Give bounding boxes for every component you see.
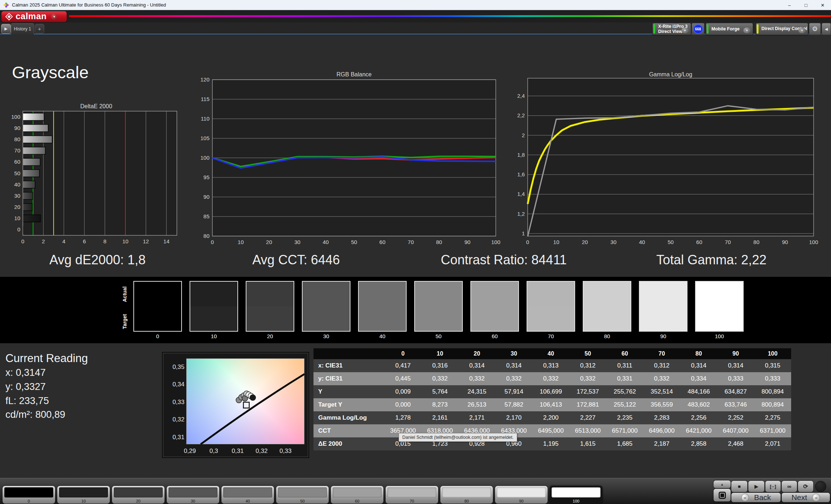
back-button[interactable]: « Back xyxy=(731,493,781,502)
pattern-button-100[interactable]: 100 xyxy=(550,486,602,504)
play-measure-button[interactable]: ▶ xyxy=(748,481,764,492)
swatch-target xyxy=(190,306,237,331)
swatch-level-label: 50 xyxy=(414,333,463,339)
pattern-button-60[interactable]: 60 xyxy=(331,486,383,504)
settings-button[interactable]: ⚙ xyxy=(809,23,821,35)
pattern-label: 70 xyxy=(386,499,438,503)
collapse-left-icon: ◀ xyxy=(825,27,828,32)
pattern-button-30[interactable]: 30 xyxy=(167,486,219,504)
pattern-label: 100 xyxy=(550,499,602,503)
table-cell: 484,166 xyxy=(680,385,717,398)
table-cell: 633,746 xyxy=(717,398,754,411)
grayscale-swatch-40 xyxy=(358,281,407,332)
swatch-target xyxy=(583,306,631,331)
table-cell: 0,417 xyxy=(385,359,421,372)
table-cell: 1,278 xyxy=(385,411,421,424)
session-play-button[interactable]: ▶ xyxy=(1,24,11,34)
current-reading-cdm2: cd/m²: 800,89 xyxy=(5,409,65,420)
contrast-ratio-readout: Contrast Ratio: 84411 xyxy=(410,252,598,268)
cie-chart-panel: 0,350,340,330,320,310,290,30,310,320,33 xyxy=(162,352,309,458)
pattern-button-20[interactable]: 20 xyxy=(112,486,165,504)
collapse-panel-button[interactable]: ◀ xyxy=(822,23,831,35)
svg-text:80: 80 xyxy=(753,239,760,245)
stop-measure-button[interactable]: ■ xyxy=(731,481,747,492)
meter-sync-button[interactable]: 668 xyxy=(691,23,705,35)
infinity-icon: ∞ xyxy=(787,483,791,490)
table-cell: 172,881 xyxy=(569,398,606,411)
pattern-label: 10 xyxy=(57,499,110,503)
pattern-bar: ▲ ■ ▶ [··] ∞ ⟳ « Back Next » 01020304050… xyxy=(0,478,831,504)
maximize-icon[interactable]: □ xyxy=(798,0,814,10)
pattern-window-button[interactable] xyxy=(714,489,731,501)
display-control-dropdown[interactable]: Direct Display Control ▼ xyxy=(756,23,808,35)
svg-text:90: 90 xyxy=(464,239,470,245)
pattern-button-70[interactable]: 70 xyxy=(386,486,438,504)
svg-text:4: 4 xyxy=(62,238,65,244)
swatch-actual xyxy=(583,282,631,306)
minimize-icon[interactable]: – xyxy=(781,0,798,10)
table-cell: 352,514 xyxy=(643,385,680,398)
login-tooltip: Daniel Schmidt (tellheim@outlook.com) is… xyxy=(399,433,517,442)
close-icon[interactable]: ✕ xyxy=(814,0,831,10)
loop-icon: ⟳ xyxy=(803,483,808,490)
pattern-button-80[interactable]: 80 xyxy=(440,486,493,504)
swatch-target xyxy=(303,306,350,331)
loop-measure-button[interactable]: ⟳ xyxy=(798,481,813,492)
table-cell: 0,316 xyxy=(421,359,458,372)
swatch-target xyxy=(134,306,181,331)
grayscale-swatch-80 xyxy=(583,281,631,332)
table-cell: 6496,000 xyxy=(643,424,680,437)
swatch-level-label: 60 xyxy=(470,333,519,339)
swatch-actual xyxy=(696,282,743,306)
grayscale-swatch-50 xyxy=(414,281,463,332)
svg-text:90: 90 xyxy=(14,125,20,131)
source-device-dropdown[interactable]: Mobile Forge ▼ xyxy=(706,23,753,35)
single-measure-button[interactable]: [··] xyxy=(765,481,781,492)
calman-menu-button[interactable]: calman ▼ xyxy=(1,11,67,22)
table-header-cell: 80 xyxy=(680,348,717,359)
pattern-button-90[interactable]: 90 xyxy=(495,486,548,504)
pattern-window-raise-button[interactable]: ▲ xyxy=(714,480,731,488)
pattern-label: 50 xyxy=(276,499,329,503)
table-cell: 6421,000 xyxy=(680,424,717,437)
add-tab-button[interactable]: + xyxy=(35,24,44,33)
calman-diamond-icon xyxy=(5,13,13,21)
table-cell: 5,764 xyxy=(421,385,458,398)
swatch-level-label: 0 xyxy=(133,333,182,339)
pattern-button-10[interactable]: 10 xyxy=(57,486,110,504)
gear-icon: ⚙ xyxy=(812,25,818,33)
svg-text:70: 70 xyxy=(14,147,20,154)
swatch-level-label: 20 xyxy=(246,333,294,339)
table-cell: 6407,000 xyxy=(717,424,754,437)
tab-history-1[interactable]: History 1 xyxy=(11,23,34,34)
pattern-window-icon xyxy=(719,492,726,499)
tab-bar: ▶ History 1 + X-Rite i1Pro 3Direct View … xyxy=(0,22,831,34)
svg-text:115: 115 xyxy=(201,96,209,102)
pattern-patch xyxy=(59,487,108,497)
pattern-label: 0 xyxy=(3,499,55,503)
svg-text:1,6: 1,6 xyxy=(517,171,525,177)
svg-text:40: 40 xyxy=(323,239,329,245)
swatch-level-label: 90 xyxy=(639,333,687,339)
next-button[interactable]: Next » xyxy=(782,493,830,502)
pattern-button-40[interactable]: 40 xyxy=(221,486,274,504)
next-label: Next xyxy=(791,493,807,502)
svg-text:10: 10 xyxy=(553,239,560,245)
window-title: Calman 2025 Calman Ultimate for Business… xyxy=(12,2,166,8)
table-cell: 0,314 xyxy=(680,359,717,372)
pattern-button-50[interactable]: 50 xyxy=(276,486,329,504)
table-row-label: x: CIE31 xyxy=(313,359,385,372)
pattern-patch xyxy=(278,487,327,497)
pattern-button-0[interactable]: 0 xyxy=(3,486,55,504)
grayscale-swatch-70 xyxy=(527,281,575,332)
swatch-actual xyxy=(640,282,687,306)
continuous-measure-button[interactable]: ∞ xyxy=(782,481,797,492)
pattern-label: 20 xyxy=(112,499,165,503)
stop-icon: ■ xyxy=(738,484,741,489)
svg-text:0: 0 xyxy=(17,226,20,232)
table-row-label: ΔE 2000 xyxy=(313,437,385,450)
swatch-actual xyxy=(415,282,462,306)
meter-device-dropdown[interactable]: X-Rite i1Pro 3Direct View ▼ xyxy=(652,23,691,35)
table-cell: 2,071 xyxy=(754,437,791,450)
grayscale-swatch-90 xyxy=(639,281,687,332)
